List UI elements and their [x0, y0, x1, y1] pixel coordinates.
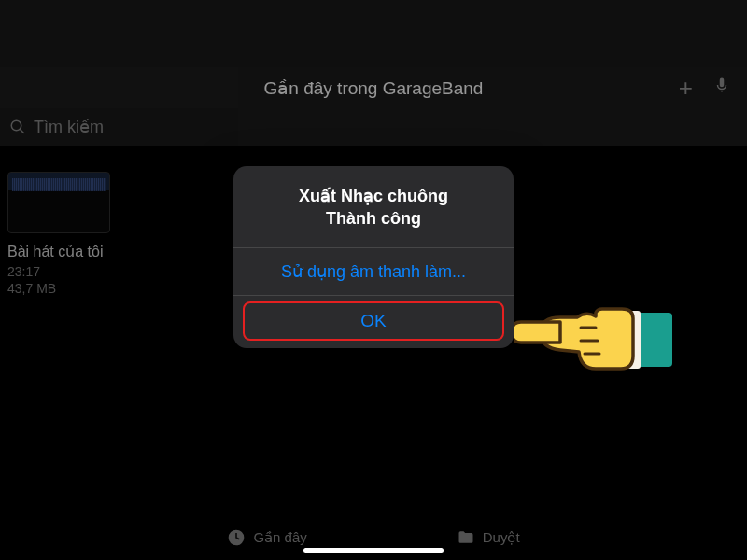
- clock-icon: [227, 528, 246, 547]
- folder-icon: [457, 528, 475, 547]
- search-bar[interactable]: Tìm kiếm: [0, 108, 747, 146]
- search-placeholder: Tìm kiếm: [34, 117, 104, 137]
- tab-recent-label: Gần đây: [253, 529, 306, 546]
- svg-point-0: [11, 120, 21, 131]
- dialog-title-line1: Xuất Nhạc chuông: [248, 185, 499, 207]
- tab-browse-label: Duyệt: [483, 529, 520, 546]
- home-indicator[interactable]: [303, 548, 444, 553]
- dialog-title: Xuất Nhạc chuông Thành công: [233, 166, 514, 247]
- song-timestamp: 23:17: [7, 264, 117, 279]
- song-filesize: 43,7 MB: [7, 281, 117, 296]
- pointing-hand-icon: [514, 275, 672, 391]
- svg-line-1: [20, 129, 24, 133]
- bottom-tab-bar: Gần đây Duyệt: [0, 528, 747, 547]
- song-title: Bài hát của tôi: [7, 243, 117, 260]
- ok-button[interactable]: OK: [243, 301, 504, 341]
- song-item[interactable]: Bài hát của tôi 23:17 43,7 MB: [0, 172, 117, 296]
- tab-recent[interactable]: Gần đây: [227, 528, 306, 547]
- dialog-title-line2: Thành công: [248, 207, 499, 230]
- header-bar: Gần đây trong GarageBand +: [0, 67, 747, 108]
- page-title: Gần đây trong GarageBand: [264, 77, 484, 99]
- song-thumbnail: [7, 172, 110, 233]
- mic-icon[interactable]: [713, 77, 730, 99]
- ok-button-container: OK: [233, 296, 514, 348]
- top-toolbar-blur: [0, 0, 747, 67]
- search-icon: [9, 119, 26, 135]
- export-success-dialog: Xuất Nhạc chuông Thành công Sử dụng âm t…: [233, 166, 514, 348]
- add-icon[interactable]: +: [679, 74, 693, 103]
- header-actions: +: [679, 74, 730, 103]
- use-sound-as-button[interactable]: Sử dụng âm thanh làm...: [233, 248, 514, 295]
- tab-browse[interactable]: Duyệt: [457, 528, 520, 547]
